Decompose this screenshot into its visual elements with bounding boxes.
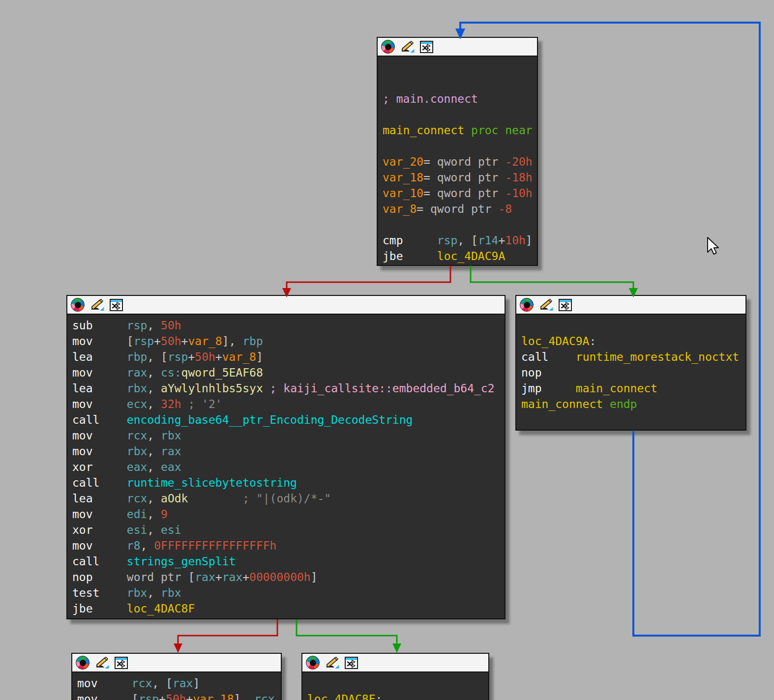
color-wheel-icon[interactable] bbox=[71, 298, 85, 312]
block-titlebar[interactable] bbox=[378, 38, 537, 57]
asm-token-func: encoding_base64__ptr_Encoding_DecodeStri… bbox=[127, 413, 413, 426]
asm-token-cgray: ; "|(odk)/*-" bbox=[242, 492, 331, 505]
block-titlebar[interactable] bbox=[516, 296, 745, 315]
basic-block-bottom-left[interactable]: mov rcx, [rax]mov [rsp+50h+var_18], rcx bbox=[71, 653, 282, 700]
basic-block-entry[interactable]: ; main.connect main_connect proc near va… bbox=[377, 37, 538, 266]
asm-line[interactable]: call encoding_base64__ptr_Encoding_Decod… bbox=[72, 412, 505, 428]
asm-line[interactable]: call runtime_slicebytetostring bbox=[72, 475, 505, 491]
asm-line[interactable] bbox=[307, 675, 488, 691]
asm-line[interactable] bbox=[521, 318, 745, 333]
asm-line[interactable]: loc_4DAC9A: bbox=[521, 333, 745, 349]
asm-line[interactable]: var_8= qword ptr -8 bbox=[383, 201, 537, 217]
asm-token-punct: + bbox=[188, 350, 195, 363]
asm-line[interactable]: jbe loc_4DAC8F bbox=[72, 601, 505, 616]
asm-line[interactable]: mov rbx, rax bbox=[72, 443, 505, 459]
asm-token-num: 9 bbox=[161, 508, 168, 521]
asm-line[interactable]: nop word ptr [rax+rax+00000000h] bbox=[72, 569, 505, 585]
block-body: loc_4DAC8F: bbox=[302, 672, 488, 700]
asm-line[interactable]: cmp rsp, [r14+10h] bbox=[383, 233, 537, 248]
asm-line[interactable]: sub rsp, 50h bbox=[72, 318, 505, 333]
asm-token-num: 0FFFFFFFFFFFFFFFFh bbox=[154, 539, 276, 552]
block-body: mov rcx, [rax]mov [rsp+50h+var_18], rcx bbox=[72, 672, 281, 700]
color-wheel-icon[interactable] bbox=[306, 656, 320, 670]
asm-line[interactable]: var_10= qword ptr -10h bbox=[383, 185, 537, 201]
asm-token-num: 50h bbox=[161, 335, 181, 348]
asm-token-punct: , [ bbox=[457, 234, 478, 247]
asm-token-reg: rax bbox=[195, 571, 215, 583]
color-wheel-center bbox=[524, 302, 530, 308]
asm-line[interactable]: loc_4DAC8F: bbox=[307, 691, 488, 700]
asm-token-punct: , bbox=[147, 398, 161, 410]
asm-line[interactable]: xor esi, esi bbox=[72, 522, 505, 538]
asm-token-green: proc near bbox=[471, 124, 533, 137]
asm-token-green: endp bbox=[610, 398, 637, 410]
asm-token-mn: test bbox=[72, 586, 127, 599]
color-wheel-icon[interactable] bbox=[76, 656, 89, 670]
asm-line[interactable]: call strings_genSplit bbox=[72, 554, 505, 569]
asm-token-mn: jmp bbox=[521, 382, 576, 395]
asm-token-mn: mov bbox=[72, 398, 127, 410]
asm-line[interactable]: mov rcx, [rax] bbox=[77, 675, 281, 691]
asm-line[interactable]: nop bbox=[521, 365, 745, 380]
asm-line[interactable]: call runtime_morestack_noctxt bbox=[521, 349, 745, 365]
asm-token-reg: rax bbox=[173, 677, 193, 690]
color-wheel-icon[interactable] bbox=[520, 298, 534, 312]
asm-line[interactable]: var_20= qword ptr -20h bbox=[383, 154, 537, 170]
asm-line[interactable]: mov rcx, rbx bbox=[72, 428, 505, 443]
asm-line[interactable]: lea rbx, aYwlylnhlbs5syx ; kaiji_callsit… bbox=[72, 380, 505, 396]
asm-line[interactable]: jmp main_connect bbox=[521, 380, 745, 396]
asm-line[interactable]: main_connect endp bbox=[521, 396, 745, 412]
block-titlebar[interactable] bbox=[67, 296, 505, 315]
shuffle-icon[interactable] bbox=[345, 657, 358, 669]
asm-line[interactable]: ; main.connect bbox=[383, 91, 537, 107]
asm-token-punct: + bbox=[498, 234, 505, 247]
asm-line[interactable] bbox=[383, 138, 537, 154]
block-titlebar[interactable] bbox=[302, 654, 488, 672]
edit-icon[interactable] bbox=[539, 299, 553, 311]
asm-token-reg: rbx bbox=[127, 382, 148, 395]
asm-line[interactable]: mov r8, 0FFFFFFFFFFFFFFFFh bbox=[72, 538, 505, 554]
asm-token-kw: qword ptr bbox=[430, 187, 505, 200]
edit-icon[interactable] bbox=[90, 299, 104, 311]
edit-icon[interactable] bbox=[325, 657, 339, 669]
asm-line[interactable]: main_connect proc near bbox=[383, 122, 537, 138]
shuffle-icon[interactable] bbox=[559, 299, 572, 311]
basic-block-fallthrough[interactable]: sub rsp, 50hmov [rsp+50h+var_8], rbplea … bbox=[66, 295, 506, 619]
edit-icon[interactable] bbox=[95, 657, 109, 669]
asm-token-punct: + bbox=[215, 571, 222, 583]
block-body: ; main.connect main_connect proc near va… bbox=[378, 57, 537, 264]
color-wheel-icon[interactable] bbox=[381, 40, 395, 54]
shuffle-icon[interactable] bbox=[110, 299, 123, 311]
asm-line[interactable] bbox=[383, 107, 537, 122]
graph-canvas[interactable]: ; main.connect main_connect proc near va… bbox=[0, 0, 774, 700]
shuffle-icon[interactable] bbox=[420, 41, 433, 53]
asm-line[interactable]: mov edi, 9 bbox=[72, 506, 505, 522]
asm-line[interactable]: mov rax, cs:qword_5EAF68 bbox=[72, 365, 505, 380]
asm-line[interactable] bbox=[383, 59, 537, 75]
asm-line[interactable]: mov ecx, 32h ; '2' bbox=[72, 396, 505, 412]
edit-icon[interactable] bbox=[400, 41, 415, 53]
asm-token-punct: ] bbox=[526, 234, 533, 247]
shuffle-icon[interactable] bbox=[115, 657, 128, 669]
asm-line[interactable] bbox=[383, 217, 537, 233]
asm-token-num: -8 bbox=[498, 203, 512, 215]
asm-line[interactable]: lea rcx, aOdk ; "|(odk)/*-" bbox=[72, 491, 505, 506]
block-titlebar[interactable] bbox=[72, 654, 281, 672]
basic-block-loc-4DAC8F[interactable]: loc_4DAC8F: bbox=[301, 653, 489, 700]
asm-line[interactable]: var_18= qword ptr -18h bbox=[383, 170, 537, 185]
edge-b1-to-b3 bbox=[178, 619, 277, 644]
asm-token-data: qword_5EAF68 bbox=[181, 366, 263, 379]
asm-token-num: -18h bbox=[505, 171, 532, 184]
asm-line[interactable]: lea rbp, [rsp+50h+var_8] bbox=[72, 349, 505, 365]
asm-token-punct: , bbox=[229, 335, 243, 348]
asm-token-num: 50h bbox=[195, 350, 215, 363]
asm-line[interactable]: mov [rsp+50h+var_8], rbp bbox=[72, 333, 505, 349]
asm-token-data: aYwlylnhlbs5syx bbox=[161, 382, 263, 395]
asm-line[interactable]: xor eax, eax bbox=[72, 459, 505, 475]
basic-block-loc-4DAC9A[interactable]: loc_4DAC9A:call runtime_morestack_noctxt… bbox=[515, 295, 746, 431]
asm-line[interactable] bbox=[383, 75, 537, 91]
asm-token-var: var_18 bbox=[383, 171, 423, 184]
asm-line[interactable]: test rbx, rbx bbox=[72, 585, 505, 601]
asm-line[interactable]: jbe loc_4DAC9A bbox=[383, 248, 537, 264]
asm-line[interactable]: mov [rsp+50h+var_18], rcx bbox=[77, 691, 281, 700]
